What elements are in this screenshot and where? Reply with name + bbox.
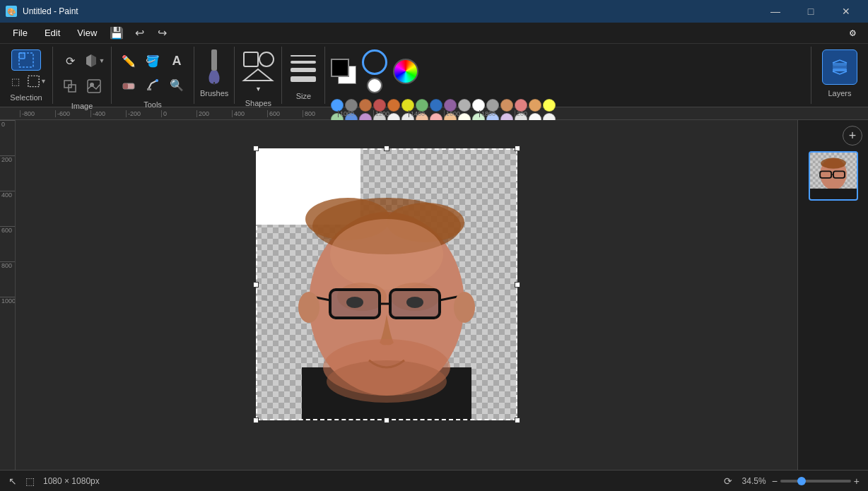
toolbar-size-section: Size: [282, 47, 325, 104]
crop-button[interactable]: ⬚: [6, 73, 25, 89]
toolbar-image-section: ⟳ ▼: [53, 47, 112, 104]
flip-button[interactable]: ▼: [83, 49, 105, 72]
svg-point-14: [259, 52, 274, 66]
size-line-3[interactable]: [291, 68, 316, 72]
rotation-status-icon[interactable]: ⟳: [724, 475, 732, 487]
foreground-color-swatch[interactable]: [331, 59, 349, 77]
svg-point-39: [454, 292, 475, 323]
file-menu[interactable]: File: [6, 25, 35, 41]
layer-thumbnail[interactable]: [809, 151, 858, 201]
ruler-v-mark: 0: [0, 120, 15, 155]
fill-tool[interactable]: 🪣: [141, 49, 164, 72]
ruler-h-mark: 600: [267, 110, 303, 117]
zoom-tool[interactable]: 🔍: [165, 73, 188, 96]
tools-label: Tools: [143, 100, 162, 109]
ruler-h-mark: -800: [20, 110, 55, 117]
redo-button[interactable]: ↪: [152, 23, 172, 43]
eraser-tool[interactable]: [117, 73, 140, 96]
status-left: ↖ ⬚ 1080 × 1080px: [8, 475, 100, 487]
handle-br[interactable]: [515, 418, 520, 423]
ruler-h-mark: 1000: [338, 110, 373, 117]
svg-point-24: [330, 219, 443, 290]
layers-button[interactable]: [822, 49, 857, 85]
settings-button[interactable]: ⚙: [843, 23, 862, 43]
size-line-2[interactable]: [291, 61, 316, 64]
svg-rect-13: [244, 52, 258, 66]
brushes-label: Brushes: [200, 89, 228, 97]
image-label: Image: [71, 102, 93, 110]
status-right: ⟳ 34.5% − +: [724, 475, 860, 487]
layer-thumb-inner: [810, 153, 857, 199]
svg-rect-8: [123, 83, 128, 89]
ruler-h-mark: -600: [55, 110, 90, 117]
toolbar-shapes-section: ▼ Shapes: [235, 47, 282, 104]
selection-sub-tools: ⬚ ▼: [6, 73, 47, 89]
minimize-button[interactable]: —: [759, 0, 792, 23]
color-picker-rainbow[interactable]: [393, 59, 418, 84]
svg-rect-16: [833, 63, 847, 66]
vertical-ruler: 02004006008001000: [0, 120, 16, 470]
svg-rect-10: [147, 88, 151, 90]
ruler-h-mark: 0: [161, 110, 197, 117]
add-layer-button[interactable]: +: [843, 126, 862, 146]
edit-menu[interactable]: Edit: [37, 25, 67, 41]
select-all-button[interactable]: ▼: [27, 73, 47, 89]
canvas-image: [256, 148, 517, 420]
undo-button[interactable]: ↩: [129, 23, 149, 43]
ruler-h-mark: 200: [515, 110, 550, 117]
zoom-in-button[interactable]: +: [854, 475, 860, 487]
zoom-slider[interactable]: [780, 480, 851, 483]
shapes-button[interactable]: [240, 49, 276, 83]
svg-point-38: [298, 292, 319, 323]
zoom-out-button[interactable]: −: [772, 475, 778, 487]
fill-color-button[interactable]: [367, 78, 382, 93]
ruler-v-mark: 600: [0, 226, 15, 261]
canvas-area[interactable]: [16, 120, 797, 470]
handle-bl[interactable]: [253, 418, 259, 423]
size-line-4[interactable]: [291, 76, 316, 82]
svg-point-9: [156, 79, 158, 82]
main-area: 02004006008001000: [0, 120, 868, 470]
selection-tool-button[interactable]: [11, 49, 41, 71]
view-menu[interactable]: View: [70, 25, 104, 41]
handle-mr[interactable]: [515, 282, 520, 288]
handle-tm[interactable]: [384, 146, 389, 151]
handle-tl[interactable]: [253, 146, 259, 151]
pencil-tool[interactable]: ✏️: [117, 49, 140, 72]
svg-rect-1: [19, 53, 25, 59]
close-button[interactable]: ✕: [830, 0, 862, 23]
ruler-h-mark: 1400: [409, 110, 444, 117]
size-line-1[interactable]: [291, 55, 316, 57]
layers-panel: +: [797, 120, 868, 470]
bg-remove-button[interactable]: [83, 75, 105, 97]
outline-color-button[interactable]: [362, 49, 387, 75]
brush-button[interactable]: [200, 49, 228, 85]
toolbar: ⬚ ▼ Selection ⟳ ▼: [0, 44, 868, 107]
svg-rect-48: [833, 189, 857, 199]
marquee-tool-status[interactable]: ⬚: [25, 475, 35, 487]
color-swatch-pair: [331, 59, 356, 84]
handle-ml[interactable]: [253, 282, 259, 288]
toolbar-colors-section: Colors: [325, 47, 811, 104]
ruler-h-mark: -400: [90, 110, 126, 117]
color-picker-tool[interactable]: [141, 73, 164, 96]
svg-rect-2: [28, 76, 39, 86]
rotate-button[interactable]: ⟳: [59, 49, 81, 72]
shapes-dropdown[interactable]: ▼: [251, 83, 265, 95]
handle-tr[interactable]: [515, 146, 520, 151]
text-tool[interactable]: A: [165, 49, 188, 72]
ruler-h-mark: 200: [197, 110, 232, 117]
svg-rect-15: [833, 66, 847, 69]
pointer-tool-status[interactable]: ↖: [8, 475, 17, 487]
selection-label: Selection: [10, 93, 42, 102]
resize-button[interactable]: [59, 75, 81, 97]
paint-canvas: [256, 148, 517, 420]
title-bar: 🎨 Untitled - Paint — □ ✕: [0, 0, 868, 23]
svg-point-47: [821, 158, 846, 169]
size-lines: [288, 49, 319, 88]
save-button[interactable]: 💾: [107, 23, 127, 43]
maximize-button[interactable]: □: [794, 0, 827, 23]
svg-rect-17: [833, 69, 847, 71]
ruler-v-mark: 1000: [0, 297, 15, 332]
handle-bm[interactable]: [384, 418, 389, 423]
